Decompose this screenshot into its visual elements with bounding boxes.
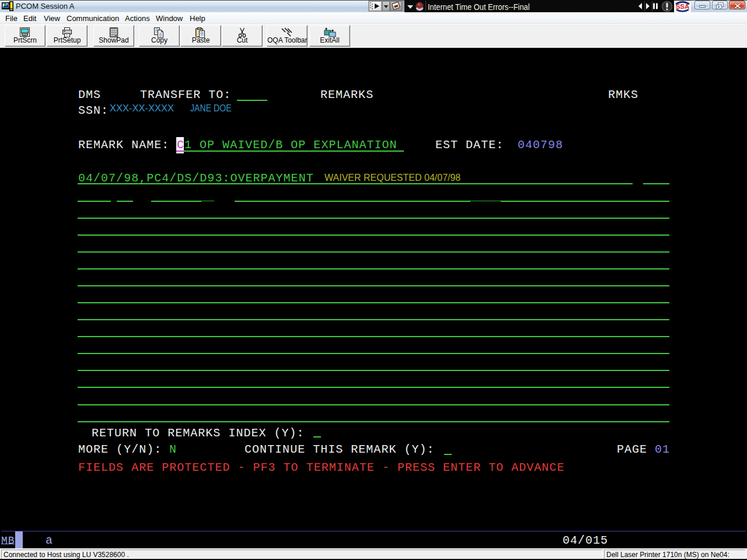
svg-text:SSA: SSA (676, 3, 690, 10)
